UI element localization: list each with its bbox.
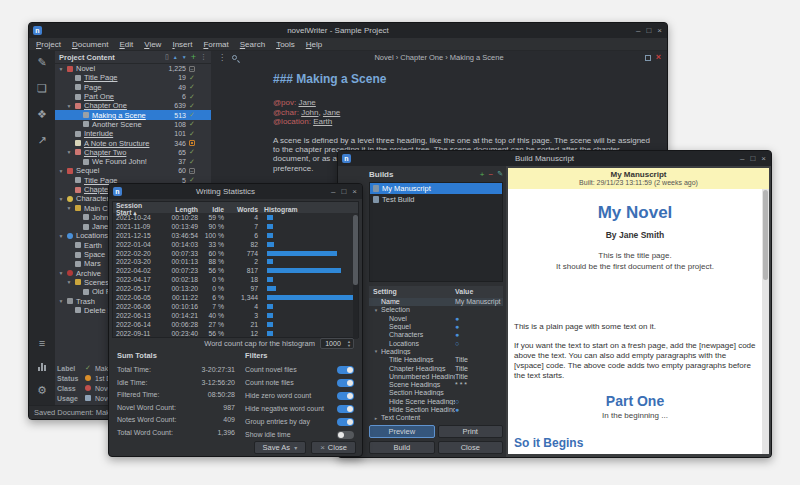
active-checkbox[interactable]: ✓ bbox=[186, 74, 198, 82]
build-button[interactable]: Build bbox=[369, 441, 435, 454]
session-row[interactable]: 2022-06-1400:06:2827 %21 bbox=[113, 320, 358, 329]
tree-item[interactable]: ▼Chapter One639✓ bbox=[55, 101, 211, 110]
column-header-words[interactable]: Words bbox=[227, 206, 261, 213]
setting-row[interactable]: ▾Selection bbox=[369, 306, 503, 314]
settings-gear-icon[interactable]: ⚙ bbox=[37, 384, 47, 397]
move-down-icon[interactable]: ▼ bbox=[182, 54, 187, 60]
main-titlebar[interactable]: n novelWriter - Sample Project – □ × bbox=[29, 23, 667, 38]
remove-build-icon[interactable]: − bbox=[488, 170, 493, 179]
setting-row[interactable]: Unnumbered HeadingsTitle bbox=[369, 372, 503, 380]
compose-icon[interactable]: ✎ bbox=[37, 56, 46, 69]
print-button[interactable]: Print bbox=[438, 425, 504, 438]
close-button[interactable]: ×Close bbox=[311, 441, 356, 454]
setting-row[interactable]: Section Headings bbox=[369, 389, 503, 397]
stats-scrollbar[interactable] bbox=[353, 215, 358, 339]
setting-row[interactable]: Sequel● bbox=[369, 322, 503, 330]
session-row[interactable]: 2022-03-2000:01:1388 %2 bbox=[113, 257, 358, 266]
active-checkbox[interactable]: ✓ bbox=[186, 158, 198, 166]
preview-button[interactable]: Preview bbox=[369, 425, 435, 438]
tag-value-link[interactable]: Jane bbox=[323, 108, 340, 117]
filter-toggle[interactable] bbox=[337, 405, 354, 413]
expand-arrow-icon[interactable]: ▼ bbox=[66, 149, 72, 155]
expand-arrow-icon[interactable]: ▼ bbox=[58, 233, 64, 239]
move-up-icon[interactable]: ▲ bbox=[173, 54, 178, 60]
close-button[interactable]: Close bbox=[438, 441, 504, 454]
menu-view[interactable]: View bbox=[144, 40, 161, 49]
setting-row[interactable]: Title HeadingsTitle bbox=[369, 356, 503, 364]
column-header-idle[interactable]: Idle bbox=[201, 206, 227, 213]
close-icon[interactable]: × bbox=[761, 155, 766, 163]
histogram-cap-spinbox[interactable]: 1000 ▲▼ bbox=[320, 338, 354, 349]
setting-row[interactable]: Locations○ bbox=[369, 339, 503, 347]
session-row[interactable]: 2022-04-0200:07:2356 %817 bbox=[113, 266, 358, 275]
tag-value-link[interactable]: Jane bbox=[298, 98, 315, 107]
minimize-icon[interactable]: – bbox=[740, 155, 744, 163]
maximize-icon[interactable]: □ bbox=[646, 27, 651, 35]
active-checkbox[interactable] bbox=[186, 140, 198, 147]
session-row[interactable]: 2022-04-1700:02:180 %18 bbox=[113, 275, 358, 284]
tree-item[interactable]: Title Page19✓ bbox=[55, 73, 211, 82]
active-checkbox[interactable]: − bbox=[186, 167, 198, 174]
session-row[interactable]: 2022-06-0500:11:226 %1,344 bbox=[113, 293, 358, 302]
active-checkbox[interactable]: ✓ bbox=[186, 111, 198, 119]
tree-item[interactable]: Interlude101✓ bbox=[55, 129, 211, 138]
tree-item[interactable]: A Note on Structure346 bbox=[55, 138, 211, 147]
setting-row[interactable]: ▾Headings bbox=[369, 347, 503, 355]
filter-toggle[interactable] bbox=[337, 392, 354, 400]
active-checkbox[interactable]: ✓ bbox=[186, 120, 198, 128]
add-item-icon[interactable]: + bbox=[191, 52, 196, 62]
session-row[interactable]: 2021-10-2400:10:2859 %4 bbox=[113, 213, 358, 222]
editor-menu-icon[interactable]: ⋮ bbox=[218, 53, 226, 62]
tree-item[interactable]: ▼Novel1,225− bbox=[55, 64, 211, 73]
add-build-icon[interactable]: + bbox=[480, 170, 485, 179]
session-row[interactable]: 2021-12-1503:46:54100 %6 bbox=[113, 231, 358, 240]
tree-item[interactable]: Page49✓ bbox=[55, 83, 211, 92]
tag-value-link[interactable]: Earth bbox=[313, 117, 332, 126]
session-row[interactable]: 2022-01-0400:14:0333 %82 bbox=[113, 240, 358, 249]
tree-item[interactable]: ▼Sequel60− bbox=[55, 166, 211, 175]
expand-arrow-icon[interactable]: ▼ bbox=[58, 66, 64, 72]
tree-item[interactable]: We Found John!37✓ bbox=[55, 157, 211, 166]
filter-toggle[interactable] bbox=[337, 379, 354, 387]
focus-mode-icon[interactable] bbox=[645, 55, 651, 61]
save-as-button[interactable]: Save As▾ bbox=[254, 441, 307, 454]
tree-menu-icon[interactable]: ⋮ bbox=[200, 53, 207, 61]
column-header-histogram[interactable]: Histogram bbox=[261, 206, 358, 213]
close-icon[interactable]: × bbox=[352, 188, 357, 196]
build-list-item[interactable]: My Manuscript bbox=[370, 183, 502, 194]
active-checkbox[interactable]: − bbox=[186, 65, 198, 72]
session-row[interactable]: 2022-06-0600:10:167 %4 bbox=[113, 302, 358, 311]
menu-insert[interactable]: Insert bbox=[172, 40, 192, 49]
session-row[interactable]: 2022-09-1100:23:4056 %12 bbox=[113, 329, 358, 338]
filter-toggle[interactable] bbox=[337, 418, 354, 426]
maximize-icon[interactable]: □ bbox=[341, 188, 346, 196]
active-checkbox[interactable]: ✓ bbox=[186, 102, 198, 110]
stats-titlebar[interactable]: n Writing Statistics – □ × bbox=[109, 184, 362, 199]
session-row[interactable]: 2022-06-1300:14:2140 %3 bbox=[113, 311, 358, 320]
maximize-icon[interactable]: □ bbox=[750, 155, 755, 163]
menu-project[interactable]: Project bbox=[36, 40, 61, 49]
session-row[interactable]: 2022-02-2000:07:3360 %774 bbox=[113, 249, 358, 258]
menu-document[interactable]: Document bbox=[72, 40, 108, 49]
setting-row[interactable]: Characters● bbox=[369, 331, 503, 339]
expand-arrow-icon[interactable]: ▼ bbox=[58, 168, 64, 174]
minimize-icon[interactable]: – bbox=[331, 188, 335, 196]
session-row[interactable]: 2022-05-1700:13:200 %97 bbox=[113, 284, 358, 293]
active-checkbox[interactable]: ✓ bbox=[186, 83, 198, 91]
search-icon[interactable] bbox=[232, 55, 237, 60]
build-list-item[interactable]: Test Build bbox=[370, 194, 502, 205]
quick-links-icon[interactable]: ▯ bbox=[165, 53, 169, 61]
preview-scrollbar[interactable] bbox=[762, 189, 769, 454]
setting-row[interactable]: NameMy Manuscript bbox=[369, 298, 503, 306]
filter-toggle[interactable] bbox=[337, 431, 354, 439]
column-header-length[interactable]: Length bbox=[161, 206, 201, 213]
setting-row[interactable]: Scene Headings* * * bbox=[369, 381, 503, 389]
active-checkbox[interactable]: ✓ bbox=[186, 130, 198, 138]
edit-build-icon[interactable]: ✎ bbox=[497, 170, 503, 178]
tree-item[interactable]: Another Scene108✓ bbox=[55, 120, 211, 129]
menu-help[interactable]: Help bbox=[306, 40, 322, 49]
tag-value-link[interactable]: John bbox=[301, 108, 318, 117]
export-icon[interactable]: ↗ bbox=[37, 134, 46, 147]
tree-item[interactable]: Making a Scene513✓ bbox=[55, 110, 211, 119]
expand-arrow-icon[interactable]: ▼ bbox=[66, 279, 72, 285]
